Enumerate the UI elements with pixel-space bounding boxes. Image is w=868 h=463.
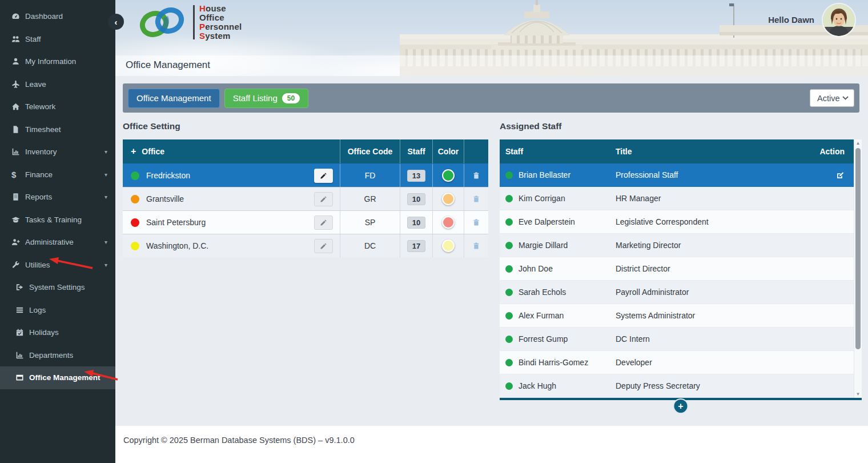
sidebar-item-inventory[interactable]: Inventory ▾	[0, 141, 115, 163]
logo-rings-icon	[138, 5, 187, 40]
staff-title: Deputy Press Secretary	[616, 381, 814, 390]
office-code: FD	[340, 164, 400, 187]
edit-staff-button[interactable]	[836, 171, 845, 179]
column-color: Color	[432, 139, 464, 163]
staff-name: Bindi Harris-Gomez	[519, 358, 588, 367]
color-swatch[interactable]	[442, 240, 455, 252]
staff-row-kim-corrigan[interactable]: Kim Corrigan HR Manager	[500, 187, 854, 210]
delete-office-button[interactable]	[472, 241, 480, 250]
chevron-left-icon: ‹	[115, 17, 118, 27]
trash-icon	[472, 241, 480, 250]
page-header: Office Management House Office Personnel…	[115, 0, 868, 76]
edit-office-button[interactable]	[314, 192, 333, 206]
staff-count: 10	[407, 193, 425, 205]
office-name: Saint Petersburg	[146, 218, 206, 227]
staff-name: Jack Hugh	[519, 381, 556, 390]
scrollbar-track[interactable]	[854, 147, 862, 390]
chevron-down-icon	[842, 96, 849, 100]
staff-row-forrest-gump[interactable]: Forrest Gump DC Intern	[500, 328, 854, 351]
sidebar-item-utilities[interactable]: Utilities ▾	[0, 254, 115, 277]
office-code: SP	[340, 211, 400, 234]
staff-list-scrollbar[interactable]: ▲ ▼	[854, 139, 862, 398]
office-management-tab[interactable]: Office Management	[128, 89, 220, 108]
scroll-down-icon[interactable]: ▼	[854, 390, 862, 398]
scrollbar-thumb[interactable]	[855, 148, 861, 349]
color-swatch[interactable]	[442, 169, 455, 182]
user-avatar[interactable]	[823, 4, 855, 36]
sidebar-item-system-settings[interactable]: System Settings	[0, 276, 115, 299]
staff-row-bindi-harris-gomez[interactable]: Bindi Harris-Gomez Developer	[500, 351, 854, 374]
staff-row-jack-hugh[interactable]: Jack Hugh Deputy Press Secretary	[500, 374, 854, 398]
staff-name: Alex Furman	[519, 311, 564, 320]
staff-row-brian-bellaster[interactable]: Brian Bellaster Professional Staff	[500, 163, 854, 187]
sidebar-item-dashboard[interactable]: Dashboard	[0, 5, 115, 28]
list-icon	[15, 306, 29, 314]
calendar-check-icon	[15, 328, 29, 337]
sidebar-item-logs[interactable]: Logs	[0, 299, 115, 322]
office-row-saint-petersburg[interactable]: Saint Petersburg SP 10	[123, 210, 488, 234]
pencil-icon	[320, 172, 327, 179]
logo-divider	[193, 5, 195, 39]
office-name: Grantsville	[146, 194, 184, 203]
staff-row-john-doe[interactable]: John Doe District Director	[500, 257, 854, 281]
status-dot	[505, 242, 513, 249]
assigned-staff-table: Staff Title Action Brian Bellaster Profe…	[500, 139, 862, 400]
office-row-grantsville[interactable]: Grantsville GR 10	[123, 187, 488, 210]
app-logo: House Office Personnel System	[138, 4, 242, 41]
sidebar-item-administrative[interactable]: Administrative ▾	[0, 231, 115, 254]
delete-office-button[interactable]	[472, 194, 480, 203]
sidebar-item-telework[interactable]: Telework	[0, 95, 115, 118]
sidebar-item-leave[interactable]: Leave	[0, 73, 115, 96]
add-office-icon[interactable]: +	[131, 146, 136, 157]
sidebar-collapse-button[interactable]: ‹	[108, 14, 124, 30]
sidebar-item-tasks-training[interactable]: Tasks & Training	[0, 209, 115, 232]
staff-title: Professional Staff	[616, 170, 814, 179]
status-filter-select[interactable]: Active	[810, 89, 854, 107]
copyright-text: Copyright © 2025 Berman Database Systems…	[123, 436, 355, 445]
status-dot	[505, 195, 513, 202]
app-window: Dashboard Staff My Information Leave Tel…	[0, 0, 868, 463]
scroll-up-icon[interactable]: ▲	[854, 139, 862, 147]
sidebar-item-holidays[interactable]: Holidays	[0, 321, 115, 344]
sidebar-item-my-information[interactable]: My Information	[0, 50, 115, 73]
bar-chart-icon	[11, 147, 25, 156]
office-row-fredrickston[interactable]: Fredrickston FD 13	[123, 163, 488, 187]
color-swatch[interactable]	[442, 193, 455, 205]
window-icon	[15, 373, 29, 382]
column-office: Office	[142, 147, 164, 156]
staff-count: 10	[407, 217, 425, 229]
color-swatch[interactable]	[442, 216, 455, 229]
column-actions	[464, 139, 488, 163]
staff-row-sarah-echols[interactable]: Sarah Echols Payroll Administrator	[500, 281, 854, 304]
staff-row-margie-dillard[interactable]: Margie Dillard Marketing Director	[500, 234, 854, 257]
trash-icon	[472, 194, 480, 203]
delete-office-button[interactable]	[472, 171, 480, 180]
delete-office-button[interactable]	[472, 218, 480, 227]
users-icon	[11, 35, 25, 43]
sidebar-item-office-management[interactable]: Office Management	[0, 366, 115, 389]
edit-office-button[interactable]	[314, 215, 333, 230]
home-icon	[11, 102, 25, 111]
office-code: GR	[340, 187, 400, 210]
trash-icon	[472, 171, 480, 180]
staff-row-alex-furman[interactable]: Alex Furman Systems Administrator	[500, 304, 854, 328]
edit-office-button[interactable]	[314, 239, 333, 253]
staff-name: Sarah Echols	[519, 288, 566, 297]
logo-text: House Office Personnel System	[199, 4, 242, 41]
staff-name: Eve Dalperstein	[519, 217, 575, 226]
staff-row-eve-dalperstein[interactable]: Eve Dalperstein Legislative Corresponden…	[500, 210, 854, 234]
chevron-down-icon: ▾	[105, 171, 107, 178]
sidebar-item-finance[interactable]: $ Finance ▾	[0, 163, 115, 186]
sidebar-item-departments[interactable]: Departments	[0, 344, 115, 367]
sidebar-item-reports[interactable]: Reports ▾	[0, 186, 115, 209]
sidebar-item-timesheet[interactable]: Timesheet	[0, 118, 115, 141]
office-row-washington-dc[interactable]: Washington, D.C. DC 17	[123, 234, 488, 257]
add-staff-button[interactable]: +	[673, 398, 689, 414]
staff-listing-tab[interactable]: Staff Listing 50	[224, 89, 308, 108]
staff-title: District Director	[616, 264, 814, 273]
staff-title: DC Intern	[616, 334, 814, 344]
staff-title: Legislative Correspondent	[616, 217, 814, 226]
edit-office-button[interactable]	[314, 169, 333, 183]
sidebar-item-staff[interactable]: Staff	[0, 28, 115, 51]
office-color-dot	[131, 171, 139, 180]
